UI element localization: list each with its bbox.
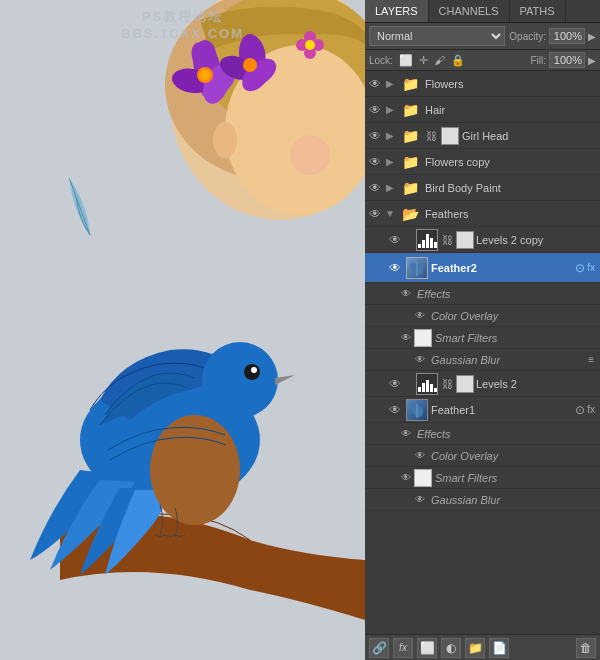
eye-flowers-copy[interactable]: 👁 [367, 154, 383, 170]
thumb-flowers: 📁 [400, 73, 422, 95]
eye-smart-filters[interactable]: 👁 [401, 332, 411, 343]
layer-levels2-copy-name: Levels 2 copy [476, 234, 598, 246]
gaussian-blur-label: Gaussian Blur [431, 354, 500, 366]
gaussian-blur-arrow: ≡ [588, 354, 594, 365]
panel-tabs: LAYERS CHANNELS PATHS [365, 0, 600, 23]
folder-flowers-copy-icon: 📁 [402, 154, 419, 170]
layer-color-overlay2[interactable]: 👁 Color Overlay [365, 445, 600, 467]
eye-effects[interactable]: 👁 [401, 288, 411, 299]
layer-effects[interactable]: 👁 Effects [365, 283, 600, 305]
layer-levels2[interactable]: 👁 ⛓ Levels 2 [365, 371, 600, 397]
thumb-bird-body-paint: 📁 [400, 177, 422, 199]
eye-levels2-copy[interactable]: 👁 [387, 232, 403, 248]
arrow-flowers[interactable]: ▶ [383, 77, 397, 91]
opacity-label: Opacity: [509, 31, 546, 42]
fx-button[interactable]: fx [393, 638, 413, 658]
fill-arrow[interactable]: ▶ [588, 55, 596, 66]
svg-point-5 [213, 122, 237, 158]
layer-gaussian-blur[interactable]: 👁 Gaussian Blur ≡ [365, 349, 600, 371]
arrow-feathers[interactable]: ▼ [383, 207, 397, 221]
layer-color-overlay[interactable]: 👁 Color Overlay [365, 305, 600, 327]
eye-feather1[interactable]: 👁 [387, 402, 403, 418]
new-layer-button[interactable]: 📄 [489, 638, 509, 658]
layer-flowers-name: Flowers [425, 78, 598, 90]
opacity-row: Opacity: ▶ [509, 28, 596, 44]
layer-flowers-copy[interactable]: 👁 ▶ 📁 Flowers copy [365, 149, 600, 175]
opacity-arrow[interactable]: ▶ [588, 31, 596, 42]
feather1-fx-circle: ⊙ [575, 403, 585, 417]
layer-girl-head-name: Girl Head [462, 130, 598, 142]
layer-feather1[interactable]: 👁 Feather1 ⊙ fx [365, 397, 600, 423]
layer-levels2-copy[interactable]: 👁 ⛓ Levels 2 copy [365, 227, 600, 253]
thumb-feather2 [406, 257, 428, 279]
eye-color-overlay2[interactable]: 👁 [415, 450, 425, 461]
blend-mode-select[interactable]: Normal Multiply Screen Overlay [369, 26, 505, 46]
eye-flowers[interactable]: 👁 [367, 76, 383, 92]
layer-smart-filters2[interactable]: 👁 Smart Filters [365, 467, 600, 489]
eye-effects2[interactable]: 👁 [401, 428, 411, 439]
lock-label: Lock: [369, 55, 393, 66]
folder-bird-body-paint-icon: 📁 [402, 180, 419, 196]
layers-panel: LAYERS CHANNELS PATHS Normal Multiply Sc… [365, 0, 600, 660]
lock-fill-row: Lock: ⬜ ✛ 🖌 🔒 Fill: ▶ [365, 50, 600, 71]
eye-bird-body-paint[interactable]: 👁 [367, 180, 383, 196]
svg-point-19 [243, 58, 257, 72]
lock-image-icon[interactable]: 🖌 [434, 54, 445, 66]
mask-button[interactable]: ⬜ [417, 638, 437, 658]
layer-smart-filters[interactable]: 👁 Smart Filters [365, 327, 600, 349]
layer-toolbar: 🔗 fx ⬜ ◐ 📁 📄 🗑 [365, 634, 600, 660]
layer-flowers-copy-name: Flowers copy [425, 156, 598, 168]
layer-gaussian-blur2[interactable]: 👁 Gaussian Blur [365, 489, 600, 511]
thumb-feather1 [406, 399, 428, 421]
group-button[interactable]: 📁 [465, 638, 485, 658]
fill-input[interactable] [549, 52, 585, 68]
eye-feather2[interactable]: 👁 [387, 260, 403, 276]
layer-bird-body-paint[interactable]: 👁 ▶ 📁 Bird Body Paint [365, 175, 600, 201]
layer-effects2[interactable]: 👁 Effects [365, 423, 600, 445]
arrow-girl-head[interactable]: ▶ [383, 129, 397, 143]
layer-girl-head[interactable]: 👁 ▶ 📁 ⛓ Girl Head [365, 123, 600, 149]
layer-feather2[interactable]: 👁 Feather2 ⊙ fx [365, 253, 600, 283]
eye-levels2[interactable]: 👁 [387, 376, 403, 392]
watermark: PS教程论坛 BBS.1CXX.COM [121, 8, 244, 41]
layer-flowers[interactable]: 👁 ▶ 📁 Flowers [365, 71, 600, 97]
opacity-input[interactable] [549, 28, 585, 44]
layer-bird-body-paint-name: Bird Body Paint [425, 182, 598, 194]
link-button[interactable]: 🔗 [369, 638, 389, 658]
tab-paths[interactable]: PATHS [510, 0, 566, 22]
svg-point-27 [150, 415, 240, 525]
delete-button[interactable]: 🗑 [576, 638, 596, 658]
eye-gaussian-blur[interactable]: 👁 [415, 354, 425, 365]
spacer-levels2 [403, 377, 413, 391]
mask-girl-head [441, 127, 459, 145]
svg-point-30 [251, 367, 257, 373]
lock-transparent-icon[interactable]: ⬜ [399, 54, 413, 67]
arrow-hair[interactable]: ▶ [383, 103, 397, 117]
effects2-group-label: Effects [417, 428, 451, 440]
chain-levels2: ⛓ [442, 378, 453, 390]
thumb-hair: 📁 [400, 99, 422, 121]
layers-list: 👁 ▶ 📁 Flowers 👁 ▶ 📁 Hair 👁 ▶ [365, 71, 600, 634]
adjustment-button[interactable]: ◐ [441, 638, 461, 658]
tab-layers[interactable]: LAYERS [365, 0, 429, 22]
eye-color-overlay[interactable]: 👁 [415, 310, 425, 321]
layer-hair[interactable]: 👁 ▶ 📁 Hair [365, 97, 600, 123]
lock-position-icon[interactable]: ✛ [419, 54, 428, 67]
svg-point-13 [200, 70, 210, 80]
tab-channels[interactable]: CHANNELS [429, 0, 510, 22]
chain-girl-head: ⛓ [426, 130, 437, 142]
layer-feathers[interactable]: 👁 ▼ 📂 Feathers [365, 201, 600, 227]
arrow-bird-body-paint[interactable]: ▶ [383, 181, 397, 195]
layer-hair-name: Hair [425, 104, 598, 116]
smart-filters-label: Smart Filters [435, 332, 497, 344]
eye-hair[interactable]: 👁 [367, 102, 383, 118]
eye-feathers[interactable]: 👁 [367, 206, 383, 222]
layer-feather1-name: Feather1 [431, 404, 575, 416]
lock-all-icon[interactable]: 🔒 [451, 54, 465, 67]
eye-girl-head[interactable]: 👁 [367, 128, 383, 144]
layer-feathers-name: Feathers [425, 208, 598, 220]
feather2-fx-label: fx [587, 262, 595, 273]
eye-gaussian-blur2[interactable]: 👁 [415, 494, 425, 505]
eye-smart-filters2[interactable]: 👁 [401, 472, 411, 483]
arrow-flowers-copy[interactable]: ▶ [383, 155, 397, 169]
